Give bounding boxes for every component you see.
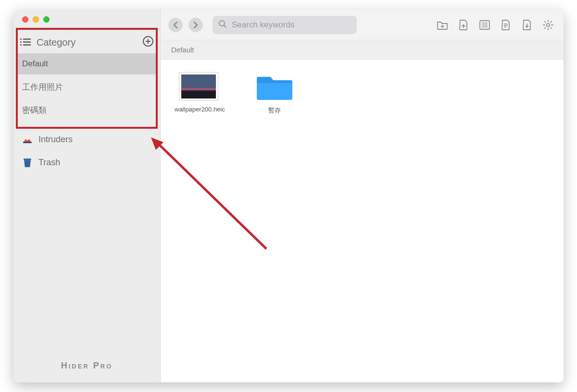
category-header: Category xyxy=(13,31,160,53)
nav-forward-button[interactable] xyxy=(188,18,203,32)
svg-rect-1 xyxy=(23,38,31,40)
app-window: Category Default 工 xyxy=(13,10,564,382)
sidebar: Category Default 工 xyxy=(13,10,161,382)
chevron-right-icon xyxy=(193,22,199,28)
settings-button[interactable] xyxy=(540,17,556,33)
svg-rect-0 xyxy=(20,38,22,40)
add-file-button[interactable] xyxy=(456,17,471,33)
export-button[interactable] xyxy=(519,17,535,33)
file-item-label: wallpaper200.heic xyxy=(175,106,223,113)
svg-line-16 xyxy=(224,25,226,27)
svg-rect-11 xyxy=(24,159,31,160)
category-item-label: 密碼類 xyxy=(22,105,47,116)
minimize-window-button[interactable] xyxy=(33,16,39,23)
svg-rect-3 xyxy=(23,41,31,43)
add-folder-icon xyxy=(437,20,448,30)
export-icon xyxy=(522,19,532,31)
category-item-default[interactable]: Default xyxy=(17,53,156,74)
content-grid: wallpaper200.heic 暫存 xyxy=(161,60,564,382)
sidebar-item-label: Trash xyxy=(38,158,60,168)
sidebar-item-label: Intruders xyxy=(38,135,73,145)
main-pane: Default wallpaper200.heic 暫存 xyxy=(161,10,564,382)
svg-rect-5 xyxy=(23,44,31,46)
search-input[interactable] xyxy=(232,20,351,30)
list-icon xyxy=(20,38,31,47)
svg-rect-4 xyxy=(20,44,22,46)
zoom-window-button[interactable] xyxy=(43,16,50,23)
gear-icon xyxy=(542,19,554,31)
list-view-button[interactable] xyxy=(477,17,492,33)
sidebar-item-trash[interactable]: Trash xyxy=(13,152,160,172)
category-list: Default 工作用照片 密碼類 xyxy=(13,53,160,122)
folder-icon xyxy=(255,72,294,102)
alarm-icon xyxy=(22,134,33,145)
search-box[interactable] xyxy=(213,16,357,34)
folder-item-temp[interactable]: 暫存 xyxy=(248,72,301,114)
search-icon xyxy=(218,20,227,30)
details-button[interactable] xyxy=(498,17,514,33)
list-view-icon xyxy=(479,20,490,30)
category-item-label: 工作用照片 xyxy=(22,82,63,93)
nav-back-button[interactable] xyxy=(168,18,183,32)
category-title: Category xyxy=(37,37,75,48)
folder-item-label: 暫存 xyxy=(268,107,281,114)
breadcrumb: Default xyxy=(161,40,564,60)
file-item-wallpaper[interactable]: wallpaper200.heic xyxy=(172,72,225,113)
category-item-work-photos[interactable]: 工作用照片 xyxy=(17,76,156,98)
category-item-label: Default xyxy=(22,59,48,69)
window-controls xyxy=(13,10,160,23)
app-brand: Hider Pro xyxy=(13,361,160,371)
toolbar xyxy=(161,10,564,40)
breadcrumb-label: Default xyxy=(171,46,194,54)
svg-point-29 xyxy=(547,23,550,26)
trash-icon xyxy=(22,157,33,168)
image-thumbnail xyxy=(179,72,218,101)
add-category-button[interactable] xyxy=(142,36,154,49)
add-folder-button[interactable] xyxy=(435,17,450,33)
svg-rect-9 xyxy=(23,142,32,143)
svg-rect-2 xyxy=(20,41,22,43)
details-icon xyxy=(501,19,511,31)
chevron-left-icon xyxy=(173,22,178,28)
sidebar-item-intruders[interactable]: Intruders xyxy=(13,129,160,149)
plus-circle-icon xyxy=(142,36,154,49)
svg-point-10 xyxy=(26,138,28,140)
close-window-button[interactable] xyxy=(22,16,28,23)
add-file-icon xyxy=(459,19,468,31)
category-item-passwords[interactable]: 密碼類 xyxy=(17,99,156,121)
